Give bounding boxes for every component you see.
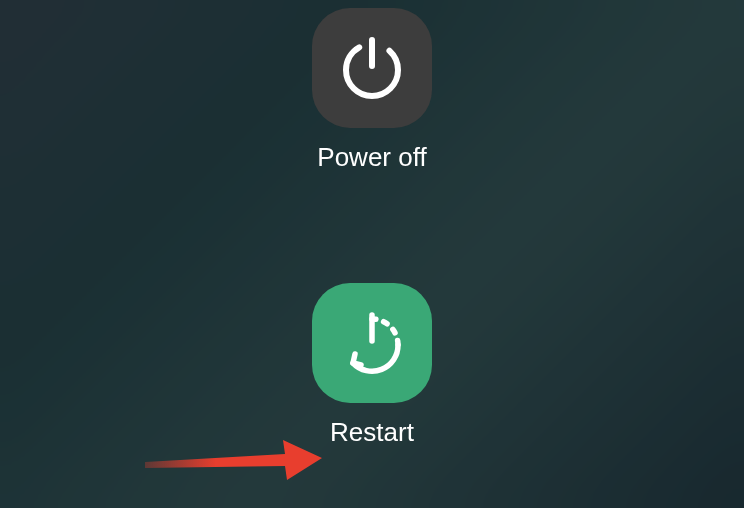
power-off-icon-container — [312, 8, 432, 128]
power-off-button[interactable]: Power off — [312, 8, 432, 173]
restart-label: Restart — [330, 417, 414, 448]
power-off-label: Power off — [317, 142, 426, 173]
restart-icon — [336, 307, 408, 379]
restart-icon-container — [312, 283, 432, 403]
power-menu: Power off Restart — [312, 0, 432, 448]
restart-button[interactable]: Restart — [312, 283, 432, 448]
power-icon — [336, 32, 408, 104]
